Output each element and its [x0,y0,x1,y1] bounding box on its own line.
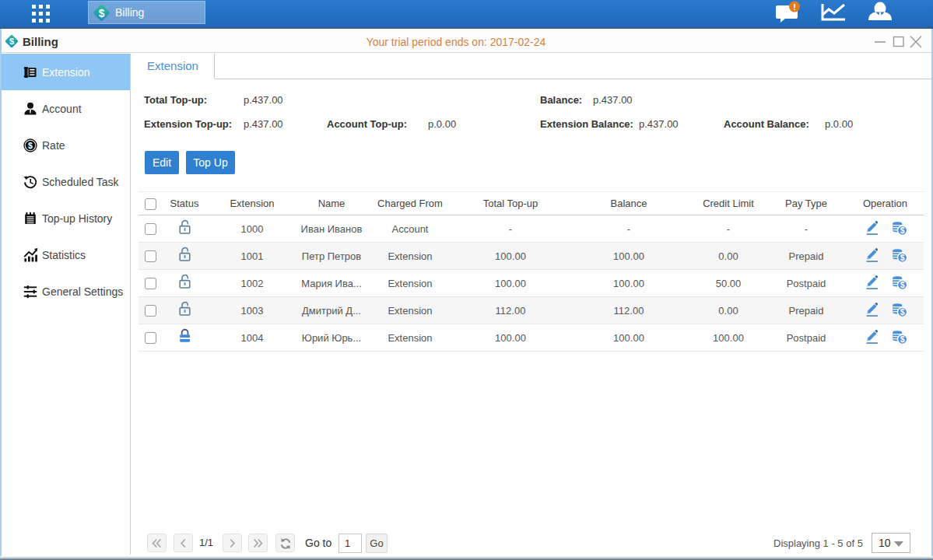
svg-text:$: $ [9,37,15,46]
svg-text:$: $ [900,253,904,262]
svg-text:$: $ [900,307,904,317]
svg-text:$: $ [900,334,904,344]
svg-text:!: ! [793,2,796,12]
svg-text:$: $ [900,226,904,235]
svg-text:$: $ [99,6,105,19]
svg-text:$: $ [900,280,904,289]
svg-text:$: $ [28,140,33,149]
